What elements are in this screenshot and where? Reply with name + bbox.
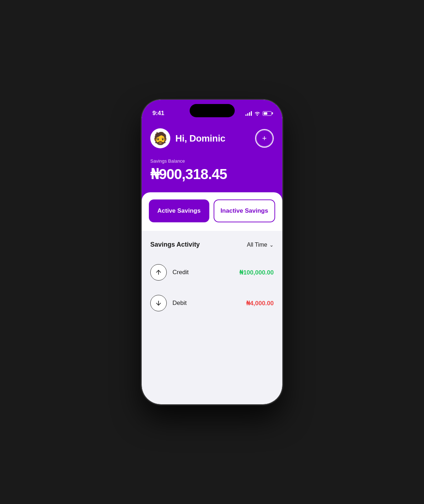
activity-title: Savings Activity <box>150 241 200 248</box>
tab-row: Active Savings Inactive Savings <box>149 199 275 222</box>
debit-icon <box>150 295 167 311</box>
filter-button[interactable]: All Time ⌄ <box>247 242 274 248</box>
add-button[interactable]: + <box>255 129 274 148</box>
credit-icon <box>150 264 167 281</box>
avatar: 🧔 <box>150 128 170 148</box>
debit-label: Debit <box>172 300 187 307</box>
profile-row: 🧔 Hi, Dominic + <box>142 121 282 148</box>
signal-bar-3 <box>249 112 250 116</box>
transaction-item: Credit ₦100,000.00 <box>150 257 274 288</box>
phone-frame: 9:41 <box>142 100 282 404</box>
dynamic-island <box>190 104 235 117</box>
signal-bars-icon <box>245 111 252 116</box>
signal-bar-1 <box>245 114 247 116</box>
transaction-left-credit: Credit <box>150 264 189 281</box>
credit-label: Credit <box>172 269 189 276</box>
battery-icon <box>263 111 272 116</box>
credit-amount: ₦100,000.00 <box>239 269 274 276</box>
balance-amount: ₦900,318.45 <box>150 166 274 182</box>
add-icon: + <box>262 134 267 142</box>
activity-header: Savings Activity All Time ⌄ <box>150 231 274 251</box>
filter-label: All Time <box>247 242 267 248</box>
balance-section: Savings Balance ₦900,318.45 <box>142 148 282 182</box>
debit-amount: ₦4,000.00 <box>246 300 274 307</box>
header-section: 9:41 <box>142 100 282 231</box>
screen: 9:41 <box>142 100 282 404</box>
transaction-item: Debit ₦4,000.00 <box>150 288 274 318</box>
content-section: Savings Activity All Time ⌄ <box>142 231 282 318</box>
profile-left: 🧔 Hi, Dominic <box>150 128 225 148</box>
signal-bar-2 <box>247 113 248 116</box>
balance-label: Savings Balance <box>150 158 274 164</box>
transaction-left-debit: Debit <box>150 295 187 311</box>
chevron-down-icon: ⌄ <box>269 242 274 248</box>
status-time: 9:41 <box>152 110 164 117</box>
status-icons <box>245 111 272 116</box>
active-savings-tab[interactable]: Active Savings <box>149 199 209 222</box>
tab-card: Active Savings Inactive Savings <box>142 192 282 231</box>
wifi-icon <box>254 111 260 116</box>
signal-bar-4 <box>251 111 252 116</box>
inactive-savings-tab[interactable]: Inactive Savings <box>214 199 276 222</box>
transaction-list: Credit ₦100,000.00 Debit <box>150 251 274 318</box>
greeting-text: Hi, Dominic <box>175 133 225 144</box>
